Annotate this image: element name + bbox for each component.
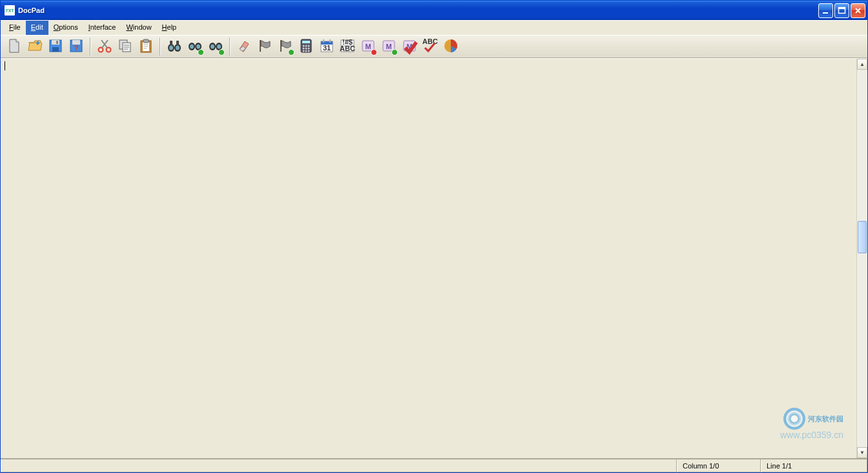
svg-rect-47 — [329, 39, 331, 43]
scissors-icon — [96, 37, 113, 56]
clipboard-icon — [138, 37, 154, 56]
binoculars-icon — [166, 37, 183, 56]
toolbar-separator — [90, 37, 91, 56]
app-icon: TXT — [5, 5, 15, 16]
svg-text:ABC: ABC — [422, 37, 438, 45]
minimize-button[interactable] — [818, 3, 833, 18]
toolbar-separator — [229, 37, 231, 56]
folder-open-icon — [26, 37, 43, 56]
paste-button[interactable] — [136, 37, 156, 56]
svg-point-22 — [176, 46, 180, 50]
calendar-icon: 31 — [318, 37, 335, 56]
toolbar: ? 31 !#$ABC M M M ABC — [1, 35, 867, 58]
copy-icon — [117, 37, 134, 56]
maximize-button[interactable] — [834, 3, 849, 18]
menu-window[interactable]: Window — [121, 21, 156, 35]
status-column: Column 1/0 — [677, 459, 761, 472]
macro-check-button[interactable]: M — [400, 37, 419, 56]
find-button[interactable] — [165, 37, 184, 56]
new-file-button[interactable] — [5, 37, 24, 56]
svg-rect-2 — [839, 7, 845, 9]
close-button[interactable] — [851, 3, 865, 18]
window-controls — [818, 3, 865, 18]
flag-icon — [256, 37, 273, 56]
save-icon — [47, 37, 64, 56]
svg-point-37 — [308, 45, 310, 47]
scroll-thumb[interactable] — [858, 221, 867, 253]
save-button[interactable] — [46, 37, 65, 56]
eraser-button[interactable] — [234, 37, 254, 56]
svg-point-21 — [169, 46, 173, 50]
macro-record-button[interactable]: M — [358, 37, 378, 56]
svg-rect-20 — [176, 41, 179, 46]
document-icon — [6, 37, 23, 56]
bookmark-button[interactable] — [255, 37, 274, 56]
menu-edit[interactable]: Edit — [26, 21, 48, 35]
macro-m-check-icon: M — [401, 37, 418, 56]
svg-rect-5 — [52, 47, 59, 52]
status-main — [1, 459, 677, 472]
open-file-button[interactable] — [25, 37, 45, 56]
calculator-button[interactable] — [296, 37, 316, 56]
text-editor[interactable]: 河东软件园 www.pc0359.cn — [1, 59, 856, 458]
scroll-down-button[interactable]: ▼ — [857, 447, 867, 458]
svg-point-25 — [190, 45, 194, 49]
menu-interface[interactable]: Interface — [83, 21, 121, 35]
window-title: DocPad — [18, 6, 818, 14]
svg-point-38 — [303, 48, 305, 50]
svg-point-43 — [308, 50, 310, 52]
menu-file[interactable]: File — [4, 21, 26, 35]
bookmark-add-button[interactable] — [276, 37, 295, 56]
svg-point-30 — [217, 45, 221, 49]
text-caret — [5, 61, 5, 70]
svg-point-40 — [308, 48, 310, 50]
binoculars-next-icon — [207, 37, 224, 56]
svg-point-39 — [305, 48, 307, 50]
editor-area: 河东软件园 www.pc0359.cn ▲ ▼ — [1, 58, 867, 458]
svg-rect-4 — [52, 40, 59, 45]
save-help-icon: ? — [68, 37, 85, 56]
menu-options[interactable]: Options — [48, 21, 83, 35]
statusbar: Column 1/0 Line 1/1 — [1, 458, 867, 472]
svg-rect-34 — [302, 41, 310, 43]
svg-text:31: 31 — [323, 44, 331, 52]
macro-m-icon: M — [360, 37, 377, 56]
svg-point-26 — [196, 45, 200, 49]
scroll-up-button[interactable]: ▲ — [857, 59, 867, 70]
svg-text:ABC: ABC — [340, 45, 355, 52]
watermark: 河东软件园 www.pc0359.cn — [780, 408, 843, 440]
eraser-icon — [236, 37, 253, 56]
date-button[interactable]: 31 — [317, 37, 336, 56]
svg-rect-6 — [56, 41, 58, 44]
spellcheck-button[interactable]: ABC — [420, 37, 440, 56]
scroll-track[interactable] — [857, 70, 867, 447]
svg-rect-19 — [170, 41, 172, 46]
svg-text:M: M — [365, 43, 371, 50]
flag-add-icon — [277, 37, 294, 56]
menu-help[interactable]: Help — [157, 21, 182, 35]
find-next-button[interactable] — [185, 37, 205, 56]
calculator-icon — [298, 37, 315, 56]
macro-m-play-icon: M — [380, 37, 397, 56]
menubar: File Edit Options Interface Window Help — [1, 20, 867, 35]
copy-button[interactable] — [116, 37, 135, 56]
find-prev-button[interactable] — [206, 37, 225, 56]
svg-rect-0 — [823, 12, 828, 14]
pie-chart-icon — [442, 37, 459, 56]
svg-point-10 — [99, 48, 103, 52]
svg-text:M: M — [386, 43, 391, 50]
app-window: TXT DocPad File Edit Options Interface W… — [0, 0, 868, 473]
binoculars-add-icon — [187, 37, 203, 56]
statistics-button[interactable] — [441, 37, 460, 56]
vertical-scrollbar[interactable]: ▲ ▼ — [856, 59, 867, 458]
watermark-logo-icon — [783, 408, 805, 430]
toolbar-separator — [160, 37, 161, 56]
spellcheck-icon: ABC — [422, 37, 439, 56]
char-map-button[interactable]: !#$ABC — [338, 37, 357, 56]
macro-play-button[interactable]: M — [379, 37, 398, 56]
save-help-button[interactable]: ? — [67, 37, 86, 56]
svg-text:?: ? — [74, 44, 79, 52]
svg-point-41 — [303, 50, 305, 52]
cut-button[interactable] — [95, 37, 114, 56]
titlebar[interactable]: TXT DocPad — [1, 1, 867, 20]
